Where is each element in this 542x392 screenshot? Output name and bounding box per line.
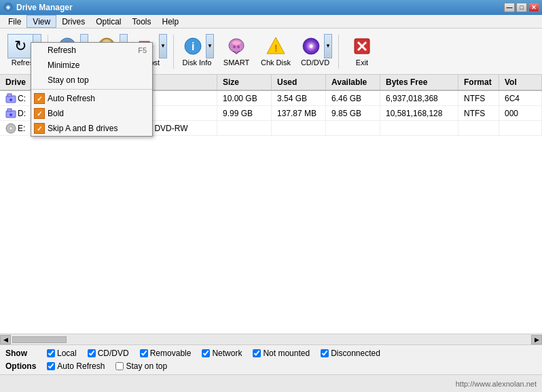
menu-view[interactable]: View [26,15,56,28]
svg-point-13 [237,46,240,48]
svg-rect-26 [7,109,12,111]
show-disconnected-checkbox[interactable] [321,349,329,357]
horizontal-scrollbar[interactable]: ◀ ▶ [0,334,542,344]
minimize-button[interactable]: — [504,3,515,12]
auto-refresh-item-label: Auto Refresh [48,94,95,103]
minimize-item-label: Minimize [48,60,79,70]
status-bar: Show Local CD/DVD Removable Network Not … [0,344,542,374]
cddvd-dropdown-arrow[interactable]: ▼ [324,34,332,58]
toolbar-sep-3 [338,35,339,69]
opt-stay-on-top-checkbox[interactable] [115,362,124,370]
menu-separator-1 [31,89,152,90]
exit-button[interactable]: Exit [343,32,381,71]
menu-optical[interactable]: Optical [90,15,126,28]
menu-drives[interactable]: Drives [56,15,90,28]
diskinfo-label: Disk Info [183,58,212,67]
refresh-shortcut: F5 [138,46,147,54]
show-removable-checkbox[interactable] [140,349,148,357]
drive-format-c: NTFS [458,91,499,105]
auto-refresh-check: ✓ [34,93,45,104]
close-button[interactable]: ✕ [528,3,539,12]
opt-auto-refresh-checkbox[interactable] [47,362,55,370]
drive-size-c: 10.00 GB [217,91,272,105]
menu-file[interactable]: File [3,15,26,28]
opt-stay-on-top-label: Stay on top [126,361,167,371]
menu-bar: File View Drives Optical Tools Help [0,15,542,29]
show-row: Show Local CD/DVD Removable Network Not … [5,346,537,360]
scroll-thumb[interactable] [12,336,67,343]
title-bar: Drive Manager — □ ✕ [0,0,542,15]
col-format: Format [458,75,499,90]
diskinfo-dropdown-arrow[interactable]: ▼ [206,34,214,58]
drive-vol-c: 6C4 [499,91,542,105]
subst-dropdown-arrow[interactable]: ▼ [159,34,167,58]
show-local[interactable]: Local [47,349,77,358]
cddvd-button[interactable] [298,34,324,58]
watermark: http://www.alexnolan.net [0,374,542,392]
show-cddvd[interactable]: CD/DVD [88,349,129,358]
drive-bytes-free-e [380,121,458,135]
bold-check: ✓ [34,108,45,119]
show-removable[interactable]: Removable [140,349,192,358]
show-local-checkbox[interactable] [47,349,55,357]
refresh-button[interactable]: ↻ [7,34,33,58]
menu-refresh-item[interactable]: Refresh F5 [31,43,152,58]
menu-skip-ab-item[interactable]: ✓ Skip A and B drives [31,121,152,136]
svg-point-12 [233,46,236,48]
drive-size-d: 9.99 GB [217,106,272,120]
svg-rect-23 [7,94,12,96]
toolbar-diskinfo-group: i ▼ Disk Info [178,32,216,71]
show-cddvd-checkbox[interactable] [88,349,96,357]
menu-bold-item[interactable]: ✓ Bold [31,106,152,121]
drive-format-e [458,121,499,135]
show-cddvd-label: CD/DVD [98,349,129,358]
smart-icon [225,35,247,57]
drive-available-e [326,121,380,135]
menu-help[interactable]: Help [157,15,185,28]
col-bytes-free: Bytes Free [380,75,458,90]
col-vol: Vol [499,75,542,90]
title-bar-left: Drive Manager [3,2,73,13]
drive-size-e [217,121,272,135]
view-dropdown-menu: Refresh F5 Minimize Stay on top ✓ Auto R… [31,42,153,137]
chkdisk-button[interactable]: ! Chk Disk [257,32,295,71]
options-label: Options [5,361,36,371]
menu-stay-on-top-item[interactable]: Stay on top [31,73,152,88]
maximize-button[interactable]: □ [516,3,527,12]
show-not-mounted-checkbox[interactable] [253,349,261,357]
drive-available-c: 6.46 GB [326,91,380,105]
drive-used-c: 3.54 GB [272,91,326,105]
drive-bytes-free-d: 10,581,168,128 [380,106,458,120]
options-row: Options Auto Refresh Stay on top [5,360,537,374]
drive-format-d: NTFS [458,106,499,120]
show-not-mounted[interactable]: Not mounted [253,349,310,358]
diskinfo-button[interactable]: i [180,34,206,58]
skip-ab-item-label: Skip A and B drives [48,124,118,133]
show-removable-label: Removable [150,349,192,358]
refresh-item-label: Refresh [48,46,76,55]
toolbar-sep-2 [173,35,174,69]
drive-used-d: 137.87 MB [272,106,326,120]
col-available: Available [326,75,380,90]
smart-label: SMART [223,58,249,67]
scroll-left-btn[interactable]: ◀ [0,335,11,344]
svg-text:i: i [192,41,194,52]
app-icon [3,2,14,13]
svg-point-18 [309,44,313,48]
show-disconnected-label: Disconnected [331,349,380,358]
exit-label: Exit [356,58,368,67]
opt-auto-refresh-label: Auto Refresh [57,361,105,371]
opt-stay-on-top[interactable]: Stay on top [115,361,167,371]
scroll-right-btn[interactable]: ▶ [531,335,542,344]
smart-button[interactable]: SMART [217,32,255,71]
menu-minimize-item[interactable]: Minimize [31,58,152,73]
opt-auto-refresh[interactable]: Auto Refresh [47,361,105,371]
menu-auto-refresh-item[interactable]: ✓ Auto Refresh [31,91,152,106]
chkdisk-icon: ! [265,35,287,57]
menu-tools[interactable]: Tools [127,15,157,28]
show-network[interactable]: Network [202,349,242,358]
show-disconnected[interactable]: Disconnected [321,349,380,358]
stay-on-top-item-label: Stay on top [48,75,89,85]
show-network-checkbox[interactable] [202,349,210,357]
svg-point-27 [10,113,12,116]
